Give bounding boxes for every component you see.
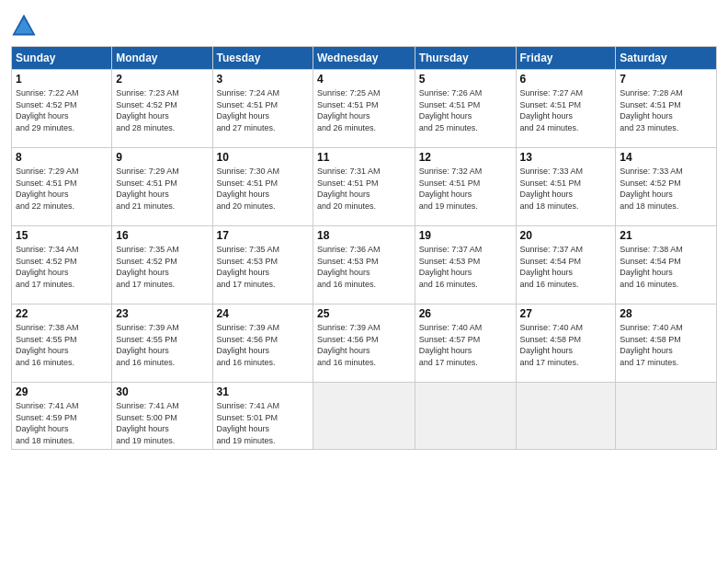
calendar-week-5: 29 Sunrise: 7:41 AMSunset: 4:59 PMDaylig… — [12, 383, 717, 450]
day-number: 22 — [16, 307, 108, 320]
day-number: 25 — [317, 307, 411, 320]
day-info: Sunrise: 7:36 AMSunset: 4:53 PMDaylight … — [317, 244, 411, 290]
calendar-cell: 1 Sunrise: 7:22 AMSunset: 4:52 PMDayligh… — [12, 70, 112, 148]
col-header-sunday: Sunday — [12, 47, 112, 70]
logo — [11, 13, 40, 39]
calendar-cell: 27 Sunrise: 7:40 AMSunset: 4:58 PMDaylig… — [516, 304, 616, 383]
day-number: 29 — [16, 385, 108, 398]
calendar-cell: 18 Sunrise: 7:36 AMSunset: 4:53 PMDaylig… — [313, 226, 415, 304]
day-info: Sunrise: 7:31 AMSunset: 4:51 PMDaylight … — [317, 166, 411, 212]
day-number: 13 — [520, 151, 612, 164]
calendar-cell: 29 Sunrise: 7:41 AMSunset: 4:59 PMDaylig… — [12, 383, 112, 450]
calendar-cell: 23 Sunrise: 7:39 AMSunset: 4:55 PMDaylig… — [112, 304, 212, 383]
day-number: 31 — [217, 385, 309, 398]
calendar-cell: 6 Sunrise: 7:27 AMSunset: 4:51 PMDayligh… — [516, 70, 616, 148]
logo-icon — [11, 13, 37, 39]
day-info: Sunrise: 7:37 AMSunset: 4:53 PMDaylight … — [419, 244, 512, 290]
day-info: Sunrise: 7:39 AMSunset: 4:55 PMDaylight … — [116, 322, 208, 368]
day-info: Sunrise: 7:33 AMSunset: 4:51 PMDaylight … — [520, 166, 612, 212]
calendar-cell: 14 Sunrise: 7:33 AMSunset: 4:52 PMDaylig… — [616, 148, 717, 226]
day-number: 24 — [217, 307, 309, 320]
day-number: 1 — [16, 73, 108, 86]
calendar-cell — [516, 383, 616, 450]
day-number: 3 — [217, 73, 309, 86]
calendar-cell: 30 Sunrise: 7:41 AMSunset: 5:00 PMDaylig… — [112, 383, 212, 450]
day-number: 18 — [317, 229, 411, 242]
day-number: 12 — [419, 151, 512, 164]
calendar-cell: 20 Sunrise: 7:37 AMSunset: 4:54 PMDaylig… — [516, 226, 616, 304]
col-header-tuesday: Tuesday — [212, 47, 313, 70]
day-number: 7 — [620, 73, 712, 86]
day-info: Sunrise: 7:38 AMSunset: 4:54 PMDaylight … — [620, 244, 712, 290]
day-info: Sunrise: 7:34 AMSunset: 4:52 PMDaylight … — [16, 244, 108, 290]
calendar-cell: 2 Sunrise: 7:23 AMSunset: 4:52 PMDayligh… — [112, 70, 212, 148]
calendar-cell: 31 Sunrise: 7:41 AMSunset: 5:01 PMDaylig… — [212, 383, 313, 450]
day-number: 9 — [116, 151, 208, 164]
calendar-cell — [415, 383, 516, 450]
day-info: Sunrise: 7:22 AMSunset: 4:52 PMDaylight … — [16, 87, 108, 133]
col-header-saturday: Saturday — [616, 47, 717, 70]
calendar-cell: 5 Sunrise: 7:26 AMSunset: 4:51 PMDayligh… — [415, 70, 516, 148]
calendar-week-1: 1 Sunrise: 7:22 AMSunset: 4:52 PMDayligh… — [12, 70, 717, 148]
day-info: Sunrise: 7:39 AMSunset: 4:56 PMDaylight … — [317, 322, 411, 368]
day-number: 2 — [116, 73, 208, 86]
calendar-cell: 12 Sunrise: 7:32 AMSunset: 4:51 PMDaylig… — [415, 148, 516, 226]
calendar-cell: 3 Sunrise: 7:24 AMSunset: 4:51 PMDayligh… — [212, 70, 313, 148]
calendar-cell: 9 Sunrise: 7:29 AMSunset: 4:51 PMDayligh… — [112, 148, 212, 226]
calendar-week-3: 15 Sunrise: 7:34 AMSunset: 4:52 PMDaylig… — [12, 226, 717, 304]
calendar-cell — [616, 383, 717, 450]
header — [11, 9, 717, 39]
day-info: Sunrise: 7:40 AMSunset: 4:58 PMDaylight … — [620, 322, 712, 368]
calendar-table: SundayMondayTuesdayWednesdayThursdayFrid… — [11, 46, 717, 450]
calendar-cell: 28 Sunrise: 7:40 AMSunset: 4:58 PMDaylig… — [616, 304, 717, 383]
day-info: Sunrise: 7:30 AMSunset: 4:51 PMDaylight … — [217, 166, 309, 212]
day-number: 27 — [520, 307, 612, 320]
day-info: Sunrise: 7:32 AMSunset: 4:51 PMDaylight … — [419, 166, 512, 212]
calendar-cell — [313, 383, 415, 450]
calendar-week-2: 8 Sunrise: 7:29 AMSunset: 4:51 PMDayligh… — [12, 148, 717, 226]
day-number: 11 — [317, 151, 411, 164]
day-number: 19 — [419, 229, 512, 242]
day-number: 8 — [16, 151, 108, 164]
day-info: Sunrise: 7:26 AMSunset: 4:51 PMDaylight … — [419, 87, 512, 133]
calendar-cell: 13 Sunrise: 7:33 AMSunset: 4:51 PMDaylig… — [516, 148, 616, 226]
day-number: 20 — [520, 229, 612, 242]
day-number: 6 — [520, 73, 612, 86]
day-info: Sunrise: 7:37 AMSunset: 4:54 PMDaylight … — [520, 244, 612, 290]
day-info: Sunrise: 7:40 AMSunset: 4:58 PMDaylight … — [520, 322, 612, 368]
day-number: 21 — [620, 229, 712, 242]
day-number: 30 — [116, 385, 208, 398]
day-number: 16 — [116, 229, 208, 242]
day-number: 15 — [16, 229, 108, 242]
calendar-cell: 15 Sunrise: 7:34 AMSunset: 4:52 PMDaylig… — [12, 226, 112, 304]
day-info: Sunrise: 7:41 AMSunset: 5:01 PMDaylight … — [217, 400, 309, 446]
day-number: 5 — [419, 73, 512, 86]
day-info: Sunrise: 7:28 AMSunset: 4:51 PMDaylight … — [620, 87, 712, 133]
calendar-cell: 26 Sunrise: 7:40 AMSunset: 4:57 PMDaylig… — [415, 304, 516, 383]
day-info: Sunrise: 7:35 AMSunset: 4:52 PMDaylight … — [116, 244, 208, 290]
calendar-cell: 10 Sunrise: 7:30 AMSunset: 4:51 PMDaylig… — [212, 148, 313, 226]
calendar-week-4: 22 Sunrise: 7:38 AMSunset: 4:55 PMDaylig… — [12, 304, 717, 383]
day-info: Sunrise: 7:35 AMSunset: 4:53 PMDaylight … — [217, 244, 309, 290]
day-number: 17 — [217, 229, 309, 242]
day-info: Sunrise: 7:40 AMSunset: 4:57 PMDaylight … — [419, 322, 512, 368]
calendar-cell: 17 Sunrise: 7:35 AMSunset: 4:53 PMDaylig… — [212, 226, 313, 304]
calendar-cell: 19 Sunrise: 7:37 AMSunset: 4:53 PMDaylig… — [415, 226, 516, 304]
calendar-cell: 16 Sunrise: 7:35 AMSunset: 4:52 PMDaylig… — [112, 226, 212, 304]
day-info: Sunrise: 7:38 AMSunset: 4:55 PMDaylight … — [16, 322, 108, 368]
col-header-monday: Monday — [112, 47, 212, 70]
day-number: 14 — [620, 151, 712, 164]
day-number: 4 — [317, 73, 411, 86]
day-info: Sunrise: 7:25 AMSunset: 4:51 PMDaylight … — [317, 87, 411, 133]
calendar-cell: 21 Sunrise: 7:38 AMSunset: 4:54 PMDaylig… — [616, 226, 717, 304]
calendar-cell: 25 Sunrise: 7:39 AMSunset: 4:56 PMDaylig… — [313, 304, 415, 383]
day-number: 23 — [116, 307, 208, 320]
day-info: Sunrise: 7:39 AMSunset: 4:56 PMDaylight … — [217, 322, 309, 368]
day-info: Sunrise: 7:24 AMSunset: 4:51 PMDaylight … — [217, 87, 309, 133]
calendar-header-row: SundayMondayTuesdayWednesdayThursdayFrid… — [12, 47, 717, 70]
day-info: Sunrise: 7:29 AMSunset: 4:51 PMDaylight … — [116, 166, 208, 212]
col-header-wednesday: Wednesday — [313, 47, 415, 70]
calendar-cell: 22 Sunrise: 7:38 AMSunset: 4:55 PMDaylig… — [12, 304, 112, 383]
calendar-cell: 24 Sunrise: 7:39 AMSunset: 4:56 PMDaylig… — [212, 304, 313, 383]
day-info: Sunrise: 7:27 AMSunset: 4:51 PMDaylight … — [520, 87, 612, 133]
